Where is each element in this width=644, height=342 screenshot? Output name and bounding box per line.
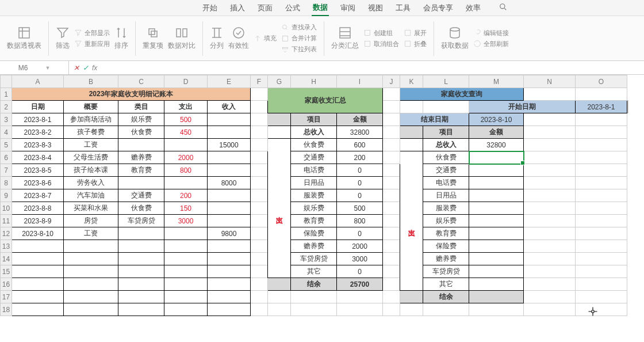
- cell[interactable]: [268, 126, 291, 139]
- row-header[interactable]: 3: [1, 113, 12, 126]
- cell[interactable]: 2023-8-6: [12, 177, 64, 189]
- cell[interactable]: [164, 265, 208, 278]
- cell[interactable]: [164, 139, 208, 151]
- ungroup-button[interactable]: 取消组合: [363, 39, 399, 49]
- merge-calc-button[interactable]: 合并计算: [281, 33, 317, 43]
- split-button[interactable]: 分列: [210, 26, 224, 51]
- cell[interactable]: 支出: [268, 139, 291, 278]
- cell[interactable]: 9800: [208, 227, 251, 240]
- cell[interactable]: 车贷房贷: [423, 265, 469, 278]
- sort-button[interactable]: 排序: [114, 26, 128, 51]
- cell[interactable]: [524, 88, 576, 101]
- cell[interactable]: 3000: [337, 253, 383, 265]
- col-header[interactable]: L: [423, 75, 469, 88]
- compare-button[interactable]: 数据对比: [168, 26, 195, 51]
- cell[interactable]: 2000: [337, 240, 383, 253]
- cell[interactable]: 赡养费: [118, 151, 164, 164]
- cell[interactable]: 日期: [12, 101, 64, 113]
- cell[interactable]: 500: [164, 113, 208, 126]
- cell[interactable]: [383, 151, 400, 164]
- cell[interactable]: 3000: [164, 215, 208, 227]
- cell[interactable]: [524, 151, 576, 164]
- row-header[interactable]: 15: [1, 265, 12, 278]
- cell[interactable]: [164, 227, 208, 240]
- cell[interactable]: 教育费: [118, 164, 164, 177]
- cell[interactable]: 日用品: [291, 177, 337, 189]
- cell[interactable]: [251, 88, 268, 101]
- cell[interactable]: [383, 101, 400, 113]
- cell[interactable]: [383, 291, 400, 303]
- menu-tab[interactable]: 效率: [465, 1, 482, 16]
- validation-button[interactable]: 有效性: [228, 26, 249, 51]
- cell[interactable]: 收入: [208, 101, 251, 113]
- cell[interactable]: 总收入: [291, 126, 337, 139]
- cell[interactable]: [383, 126, 400, 139]
- cell[interactable]: 25700: [337, 278, 383, 291]
- cell[interactable]: [576, 303, 627, 316]
- cell[interactable]: [268, 113, 291, 126]
- cell[interactable]: [628, 101, 628, 113]
- cell[interactable]: [576, 202, 627, 215]
- cell[interactable]: 2023-8-1: [576, 101, 627, 113]
- cell[interactable]: 电话费: [423, 177, 469, 189]
- menu-tab[interactable]: 审阅: [339, 1, 356, 16]
- cell[interactable]: [118, 227, 164, 240]
- cell[interactable]: 600: [337, 139, 383, 151]
- cell[interactable]: 2023-8-10: [469, 113, 524, 126]
- cell[interactable]: [469, 278, 524, 291]
- cell[interactable]: 房贷: [64, 215, 118, 227]
- cell[interactable]: 2000: [164, 151, 208, 164]
- cell[interactable]: [12, 278, 64, 291]
- cell[interactable]: [118, 253, 164, 265]
- cell[interactable]: 800: [164, 164, 208, 177]
- cell[interactable]: 结束日期: [400, 113, 469, 126]
- row-header[interactable]: 9: [1, 189, 12, 202]
- row-header[interactable]: 1: [1, 88, 12, 101]
- menu-tab[interactable]: 开始: [201, 1, 218, 16]
- cell[interactable]: 家庭收支查询: [400, 88, 524, 101]
- cell[interactable]: [576, 215, 627, 227]
- cell[interactable]: 支出: [164, 101, 208, 113]
- collapse-button[interactable]: 折叠: [404, 39, 427, 49]
- cell[interactable]: [576, 113, 627, 126]
- row-header[interactable]: 4: [1, 126, 12, 139]
- col-header[interactable]: [1, 75, 12, 88]
- cell[interactable]: [64, 265, 118, 278]
- cell[interactable]: 2023-8-3: [12, 139, 64, 151]
- cell[interactable]: 2023-8-8: [12, 202, 64, 215]
- row-header[interactable]: 17: [1, 291, 12, 303]
- cell[interactable]: 2023-8-2: [12, 126, 64, 139]
- cell[interactable]: [64, 278, 118, 291]
- cell[interactable]: 其它: [423, 278, 469, 291]
- col-header[interactable]: M: [469, 75, 524, 88]
- group-button[interactable]: 创建组: [363, 28, 399, 38]
- cell[interactable]: [268, 303, 291, 316]
- cell[interactable]: [576, 151, 627, 164]
- fill-button[interactable]: 填充: [254, 33, 277, 43]
- cell[interactable]: 2023-8-7: [12, 189, 64, 202]
- cell[interactable]: [469, 303, 524, 316]
- cell[interactable]: [208, 164, 251, 177]
- row-header[interactable]: 10: [1, 202, 12, 215]
- filter-button[interactable]: 筛选: [56, 26, 70, 51]
- col-header[interactable]: A: [12, 75, 64, 88]
- cell[interactable]: [337, 291, 383, 303]
- pivot-button[interactable]: 数据透视表: [7, 26, 41, 51]
- cell[interactable]: [469, 189, 524, 202]
- cell[interactable]: 类目: [118, 101, 164, 113]
- cell[interactable]: 结余: [423, 291, 469, 303]
- cell[interactable]: [383, 113, 400, 126]
- cell[interactable]: 参加商场活动: [64, 113, 118, 126]
- cell[interactable]: 服装费: [291, 189, 337, 202]
- menu-tab[interactable]: 插入: [229, 1, 246, 16]
- cell[interactable]: [383, 177, 400, 189]
- cell[interactable]: 200: [337, 151, 383, 164]
- cell[interactable]: 总收入: [423, 139, 469, 151]
- cell[interactable]: [383, 164, 400, 177]
- cell[interactable]: 0: [337, 265, 383, 278]
- cell[interactable]: [164, 253, 208, 265]
- search-icon[interactable]: [498, 1, 508, 15]
- cell[interactable]: [524, 227, 576, 240]
- cell[interactable]: [576, 265, 627, 278]
- duplicates-button[interactable]: 重复项: [143, 26, 163, 51]
